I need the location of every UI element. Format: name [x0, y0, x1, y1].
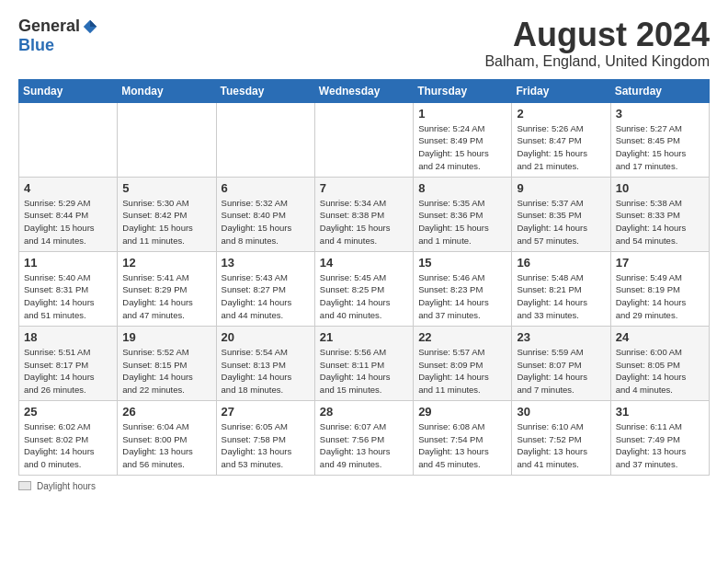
calendar-cell: 24Sunrise: 6:00 AM Sunset: 8:05 PM Dayli… [610, 326, 709, 400]
calendar-cell: 21Sunrise: 5:56 AM Sunset: 8:11 PM Dayli… [314, 326, 413, 400]
day-number: 29 [418, 405, 506, 419]
page: General Blue August 2024 Balham, England… [0, 0, 728, 500]
day-number: 21 [320, 330, 408, 344]
week-row: 25Sunrise: 6:02 AM Sunset: 8:02 PM Dayli… [19, 400, 710, 475]
day-info: Sunrise: 5:49 AM Sunset: 8:19 PM Dayligh… [616, 271, 704, 322]
day-number: 6 [222, 181, 310, 195]
day-info: Sunrise: 6:11 AM Sunset: 7:49 PM Dayligh… [616, 420, 704, 471]
calendar-cell: 7Sunrise: 5:34 AM Sunset: 8:38 PM Daylig… [314, 177, 413, 251]
day-info: Sunrise: 5:24 AM Sunset: 8:49 PM Dayligh… [418, 122, 506, 173]
day-info: Sunrise: 6:10 AM Sunset: 7:52 PM Dayligh… [517, 420, 605, 471]
calendar-cell: 17Sunrise: 5:49 AM Sunset: 8:19 PM Dayli… [610, 251, 709, 326]
day-info: Sunrise: 5:30 AM Sunset: 8:42 PM Dayligh… [122, 197, 210, 247]
day-number: 14 [320, 256, 408, 270]
day-number: 15 [418, 256, 506, 270]
calendar-cell: 23Sunrise: 5:59 AM Sunset: 8:07 PM Dayli… [512, 326, 610, 400]
day-number: 27 [222, 405, 310, 419]
calendar-cell [19, 102, 118, 177]
day-info: Sunrise: 6:05 AM Sunset: 7:58 PM Dayligh… [222, 420, 310, 471]
day-number: 1 [418, 107, 506, 121]
header-row: SundayMondayTuesdayWednesdayThursdayFrid… [19, 79, 710, 102]
calendar-cell: 28Sunrise: 6:07 AM Sunset: 7:56 PM Dayli… [314, 400, 413, 475]
day-number: 31 [616, 405, 704, 419]
day-number: 3 [616, 107, 704, 121]
week-row: 4Sunrise: 5:29 AM Sunset: 8:44 PM Daylig… [19, 177, 710, 251]
calendar-cell: 13Sunrise: 5:43 AM Sunset: 8:27 PM Dayli… [216, 251, 314, 326]
day-info: Sunrise: 5:51 AM Sunset: 8:17 PM Dayligh… [24, 346, 112, 396]
day-number: 9 [517, 181, 605, 195]
day-number: 12 [122, 256, 210, 270]
day-number: 8 [418, 181, 506, 195]
header: General Blue August 2024 Balham, England… [18, 17, 710, 70]
day-number: 22 [418, 330, 506, 344]
calendar-cell: 20Sunrise: 5:54 AM Sunset: 8:13 PM Dayli… [216, 326, 314, 400]
day-number: 17 [616, 256, 704, 270]
day-info: Sunrise: 5:40 AM Sunset: 8:31 PM Dayligh… [24, 271, 112, 322]
day-info: Sunrise: 6:00 AM Sunset: 8:05 PM Dayligh… [616, 346, 704, 396]
day-info: Sunrise: 5:41 AM Sunset: 8:29 PM Dayligh… [122, 271, 210, 322]
calendar-cell: 8Sunrise: 5:35 AM Sunset: 8:36 PM Daylig… [414, 177, 512, 251]
footer: Daylight hours [18, 481, 710, 491]
calendar-cell: 27Sunrise: 6:05 AM Sunset: 7:58 PM Dayli… [216, 400, 314, 475]
day-of-week-header: Friday [512, 79, 610, 102]
day-number: 23 [517, 330, 605, 344]
calendar-cell: 14Sunrise: 5:45 AM Sunset: 8:25 PM Dayli… [314, 251, 413, 326]
location-text: Balham, England, United Kingdom [484, 53, 710, 70]
calendar-cell [216, 102, 314, 177]
calendar-cell: 19Sunrise: 5:52 AM Sunset: 8:15 PM Dayli… [118, 326, 216, 400]
day-info: Sunrise: 5:48 AM Sunset: 8:21 PM Dayligh… [517, 271, 605, 322]
day-number: 28 [320, 405, 408, 419]
logo-icon [82, 18, 98, 35]
day-of-week-header: Tuesday [216, 79, 314, 102]
daylight-hours-label: Daylight hours [37, 481, 96, 491]
day-info: Sunrise: 5:46 AM Sunset: 8:23 PM Dayligh… [418, 271, 506, 322]
logo: General Blue [18, 17, 98, 55]
day-info: Sunrise: 5:43 AM Sunset: 8:27 PM Dayligh… [222, 271, 310, 322]
day-info: Sunrise: 5:27 AM Sunset: 8:45 PM Dayligh… [616, 122, 704, 173]
day-info: Sunrise: 5:26 AM Sunset: 8:47 PM Dayligh… [517, 122, 605, 173]
day-of-week-header: Saturday [610, 79, 709, 102]
day-info: Sunrise: 6:07 AM Sunset: 7:56 PM Dayligh… [320, 420, 408, 471]
day-info: Sunrise: 5:37 AM Sunset: 8:35 PM Dayligh… [517, 197, 605, 247]
week-row: 11Sunrise: 5:40 AM Sunset: 8:31 PM Dayli… [19, 251, 710, 326]
day-number: 10 [616, 181, 704, 195]
calendar-cell: 30Sunrise: 6:10 AM Sunset: 7:52 PM Dayli… [512, 400, 610, 475]
day-of-week-header: Sunday [19, 79, 118, 102]
day-number: 25 [24, 405, 112, 419]
calendar-cell: 1Sunrise: 5:24 AM Sunset: 8:49 PM Daylig… [414, 102, 512, 177]
day-number: 2 [517, 107, 605, 121]
calendar-table: SundayMondayTuesdayWednesdayThursdayFrid… [18, 79, 710, 476]
calendar-cell: 25Sunrise: 6:02 AM Sunset: 8:02 PM Dayli… [19, 400, 118, 475]
calendar-cell: 3Sunrise: 5:27 AM Sunset: 8:45 PM Daylig… [610, 102, 709, 177]
logo-general-text: General [18, 17, 80, 36]
calendar-cell: 9Sunrise: 5:37 AM Sunset: 8:35 PM Daylig… [512, 177, 610, 251]
day-number: 7 [320, 181, 408, 195]
svg-marker-1 [90, 19, 97, 26]
week-row: 1Sunrise: 5:24 AM Sunset: 8:49 PM Daylig… [19, 102, 710, 177]
calendar-cell: 4Sunrise: 5:29 AM Sunset: 8:44 PM Daylig… [19, 177, 118, 251]
day-info: Sunrise: 5:56 AM Sunset: 8:11 PM Dayligh… [320, 346, 408, 396]
day-number: 5 [122, 181, 210, 195]
calendar-cell: 31Sunrise: 6:11 AM Sunset: 7:49 PM Dayli… [610, 400, 709, 475]
day-of-week-header: Wednesday [314, 79, 413, 102]
day-of-week-header: Monday [118, 79, 216, 102]
day-info: Sunrise: 5:38 AM Sunset: 8:33 PM Dayligh… [616, 197, 704, 247]
calendar-cell: 15Sunrise: 5:46 AM Sunset: 8:23 PM Dayli… [414, 251, 512, 326]
day-info: Sunrise: 5:32 AM Sunset: 8:40 PM Dayligh… [222, 197, 310, 247]
calendar-cell: 10Sunrise: 5:38 AM Sunset: 8:33 PM Dayli… [610, 177, 709, 251]
day-number: 24 [616, 330, 704, 344]
day-number: 20 [222, 330, 310, 344]
calendar-cell: 6Sunrise: 5:32 AM Sunset: 8:40 PM Daylig… [216, 177, 314, 251]
day-of-week-header: Thursday [414, 79, 512, 102]
calendar-cell: 26Sunrise: 6:04 AM Sunset: 8:00 PM Dayli… [118, 400, 216, 475]
day-info: Sunrise: 5:54 AM Sunset: 8:13 PM Dayligh… [222, 346, 310, 396]
calendar-cell: 29Sunrise: 6:08 AM Sunset: 7:54 PM Dayli… [414, 400, 512, 475]
calendar-cell [314, 102, 413, 177]
day-number: 30 [517, 405, 605, 419]
week-row: 18Sunrise: 5:51 AM Sunset: 8:17 PM Dayli… [19, 326, 710, 400]
calendar-cell: 11Sunrise: 5:40 AM Sunset: 8:31 PM Dayli… [19, 251, 118, 326]
day-number: 11 [24, 256, 112, 270]
day-info: Sunrise: 5:34 AM Sunset: 8:38 PM Dayligh… [320, 197, 408, 247]
calendar-cell: 2Sunrise: 5:26 AM Sunset: 8:47 PM Daylig… [512, 102, 610, 177]
calendar-cell [118, 102, 216, 177]
